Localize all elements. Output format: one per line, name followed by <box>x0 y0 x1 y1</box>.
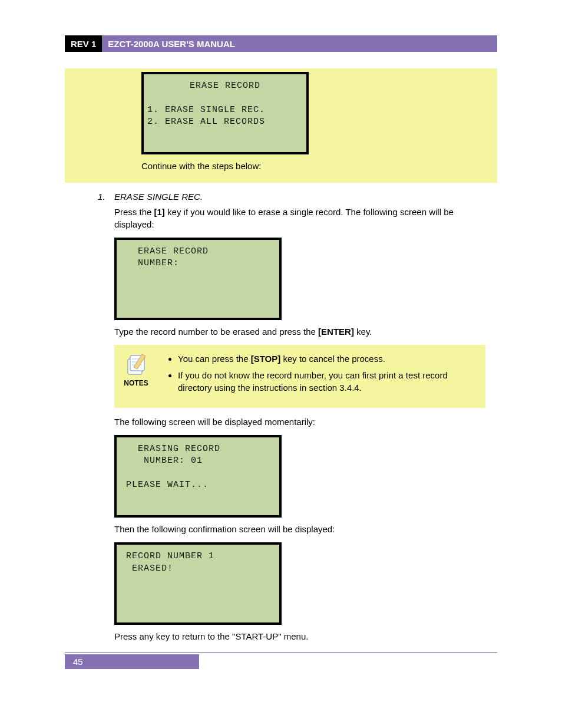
step-heading: ERASE SINGLE REC. <box>114 192 203 202</box>
notes-block: NOTES You can press the [STOP] key to ca… <box>114 345 485 408</box>
step1-p3: The following screen will be displayed m… <box>114 416 485 428</box>
lcd4-line2: ERASED! <box>126 564 173 574</box>
lcd-record-erased: RECORD NUMBER 1 ERASED! <box>114 542 282 625</box>
page-number: 45 <box>65 654 199 669</box>
step-list: 1. ERASE SINGLE REC. Press the [1] key i… <box>65 192 497 643</box>
key-enter: [ENTER] <box>318 327 354 337</box>
key-1: [1] <box>154 207 165 217</box>
footer-rule <box>65 652 497 653</box>
step-number: 1. <box>98 192 105 202</box>
lcd-erase-record-number: ERASE RECORD NUMBER: <box>114 238 282 320</box>
step1-p4: Then the following confirmation screen w… <box>114 523 485 535</box>
step1-p5: Press any key to return to the "START-UP… <box>114 631 485 643</box>
step1-p2: Type the record number to be erased and … <box>114 326 485 338</box>
lcd3-line1: ERASING RECORD <box>138 444 220 454</box>
lcd4-line1: RECORD NUMBER 1 <box>126 551 214 561</box>
lcd3-line2: NUMBER: 01 <box>138 456 203 466</box>
lcd-title: ERASE RECORD <box>147 80 303 92</box>
continue-text: Continue with the steps below: <box>141 160 497 172</box>
notes-bullets: You can press the [STOP] key to cancel t… <box>166 353 480 398</box>
key-stop: [STOP] <box>251 354 281 364</box>
lcd-option-1: 1. ERASE SINGLE REC. <box>147 105 265 115</box>
header-bar: REV 1 EZCT-2000A USER'S MANUAL <box>65 35 497 52</box>
notepad-icon <box>124 353 148 377</box>
page: REV 1 EZCT-2000A USER'S MANUAL ERASE REC… <box>0 0 562 728</box>
manual-title: EZCT-2000A USER'S MANUAL <box>102 35 497 52</box>
lcd2-line1: ERASE RECORD <box>138 246 209 256</box>
notes-left: NOTES <box>114 353 158 387</box>
intro-block: ERASE RECORD 1. ERASE SINGLE REC. 2. ERA… <box>65 68 497 183</box>
lcd-option-2: 2. ERASE ALL RECORDS <box>147 117 265 127</box>
step-1: 1. ERASE SINGLE REC. Press the [1] key i… <box>114 192 497 643</box>
lcd-erasing-record: ERASING RECORD NUMBER: 01 PLEASE WAIT... <box>114 435 282 518</box>
rev-label: REV 1 <box>65 35 102 52</box>
lcd2-line2: NUMBER: <box>138 258 179 268</box>
note-bullet-1: You can press the [STOP] key to cancel t… <box>178 353 480 365</box>
step1-p1: Press the [1] key if you would like to e… <box>114 206 485 230</box>
lcd3-line3: PLEASE WAIT... <box>126 480 209 490</box>
notes-label: NOTES <box>114 379 158 387</box>
note-bullet-2: If you do not know the record number, yo… <box>178 370 480 394</box>
lcd-erase-record-menu: ERASE RECORD 1. ERASE SINGLE REC. 2. ERA… <box>141 72 309 154</box>
